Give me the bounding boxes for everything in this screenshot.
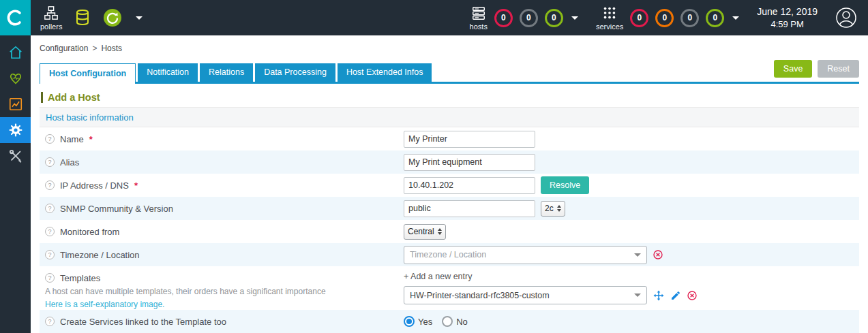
main-content: Configuration>Hosts Host Configuration N… [31,35,868,333]
tab-relations[interactable]: Relations [200,63,253,82]
templates-label-cell: ? Templates A host can have multiple tem… [40,268,404,309]
tab-notification[interactable]: Notification [138,63,198,82]
form-row-timezone: ? Timezone / Location Timezone / Locatio… [40,243,859,266]
poller-state-status[interactable] [103,8,122,27]
snmp-value-cell: 2c [404,200,565,217]
sidebar-item-administration[interactable] [0,143,31,169]
pollers-label: pollers [40,22,62,31]
hosts-down-badge[interactable]: 0 [494,9,513,27]
pollers-menu[interactable]: pollers [40,5,62,31]
template-delete-button[interactable] [687,290,698,301]
centreon-logo[interactable] [0,0,31,35]
breadcrumb-hosts[interactable]: Hosts [101,44,122,53]
templates-value-cell: + Add a new entry HW-Printer-standard-rf… [404,266,698,310]
radio-selected-icon [404,316,415,327]
tab-data-processing[interactable]: Data Processing [255,63,335,82]
form-row-alias: ? Alias [40,150,859,174]
create-services-radio-yes[interactable]: Yes [404,316,432,327]
hosts-unreachable-badge[interactable]: 0 [520,9,538,27]
sidebar-item-configuration[interactable] [0,117,31,143]
pollers-chevron-down-icon[interactable] [136,16,143,20]
create-services-label: Create Services linked to the Template t… [60,317,226,327]
timezone-clear-icon[interactable] [653,249,663,260]
help-icon[interactable]: ? [45,227,55,236]
services-label: services [596,22,623,31]
name-label: Name [60,134,84,144]
current-date: June 12, 2019 [757,5,818,18]
sidebar [0,35,31,333]
title-bar-accent [41,92,43,103]
timezone-label: Timezone / Location [60,250,140,260]
hosts-icon [471,5,486,20]
create-services-value-cell: Yes No [404,316,468,327]
help-icon[interactable]: ? [45,134,55,144]
snmp-version-select[interactable]: 2c [541,201,565,217]
services-menu[interactable]: services [596,5,623,31]
alias-label: Alias [60,157,79,168]
resolve-button[interactable]: Resolve [541,176,589,194]
services-icon [602,5,617,20]
page-title-text: Add a Host [48,92,100,103]
help-icon[interactable]: ? [45,180,55,190]
breadcrumb-separator: > [92,44,97,53]
tabs-strip: Host Configuration Notification Relation… [40,63,434,82]
services-unknown-badge[interactable]: 0 [680,9,699,27]
timezone-label-cell: ? Timezone / Location [40,250,404,260]
sidebar-item-monitoring[interactable] [0,65,31,91]
help-icon[interactable]: ? [45,317,55,326]
name-label-cell: ? Name * [40,134,404,144]
template-select[interactable]: HW-Printer-standard-rfc3805-custom [404,286,647,304]
save-button[interactable]: Save [774,60,813,78]
poller-database-status[interactable] [74,9,91,27]
create-services-radio-no[interactable]: No [442,316,468,327]
delete-circle-icon [687,290,698,301]
services-ok-badge[interactable]: 0 [706,9,724,27]
pencil-icon [670,290,681,301]
timezone-value-cell: Timezone / Location [404,246,663,264]
templates-help-text: A host can have multiple templates, thei… [45,287,326,296]
help-icon[interactable]: ? [45,273,55,283]
services-chevron-down-icon[interactable] [732,16,739,20]
hosts-label: hosts [470,22,488,31]
name-input[interactable] [404,131,535,148]
poller-cluster: pollers [40,5,143,31]
required-asterisk: * [89,134,93,144]
monitored-from-value: Central [408,227,434,236]
help-icon[interactable]: ? [45,157,55,167]
tools-icon [8,148,23,163]
help-icon[interactable]: ? [45,204,55,213]
services-warning-badge[interactable]: 0 [655,9,674,27]
timezone-select[interactable]: Timezone / Location [404,246,647,264]
timezone-placeholder: Timezone / Location [410,250,486,259]
tab-host-configuration[interactable]: Host Configuration [40,63,136,84]
hosts-menu[interactable]: hosts [470,5,488,31]
alias-input[interactable] [404,154,535,171]
name-value-cell [404,131,535,148]
top-bar: pollers [0,0,868,35]
services-critical-badge[interactable]: 0 [630,9,648,27]
help-icon[interactable]: ? [45,250,55,259]
tab-host-extended-infos[interactable]: Host Extended Infos [338,63,432,82]
radio-no-label: No [456,317,468,327]
sidebar-item-home[interactable] [0,39,31,65]
ip-address-input[interactable] [404,177,535,194]
self-explanatory-image-link[interactable]: Here is a self-explanatory image. [45,300,164,309]
templates-label: Templates [60,273,100,283]
reset-button[interactable]: Reset [818,60,859,78]
required-asterisk: * [134,180,138,191]
template-move-handle[interactable] [653,289,665,302]
move-icon [653,289,665,302]
monitored-from-select[interactable]: Central [404,224,446,240]
hosts-chevron-down-icon[interactable] [571,16,578,20]
section-host-basic-information: Host basic information [40,107,859,127]
form-row-monitored-from: ? Monitored from Central [40,220,859,243]
centreon-c-icon [7,9,25,27]
hosts-up-badge[interactable]: 0 [545,9,563,27]
breadcrumb-configuration[interactable]: Configuration [40,44,88,53]
sidebar-item-reporting[interactable] [0,91,31,117]
ip-value-cell: Resolve [404,176,589,194]
user-profile-button[interactable] [835,7,857,29]
template-edit-button[interactable] [670,290,681,301]
snmp-community-input[interactable] [404,200,535,217]
add-template-entry-link[interactable]: + Add a new entry [404,272,472,281]
